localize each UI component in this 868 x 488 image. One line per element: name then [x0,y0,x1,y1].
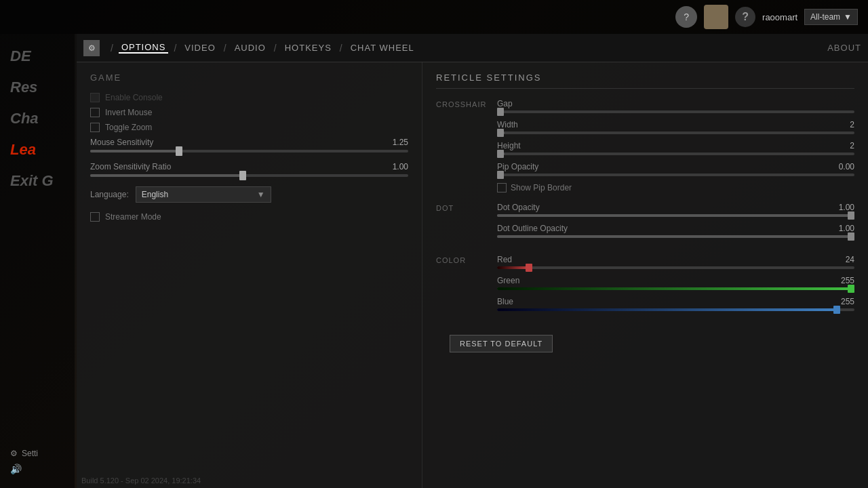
width-thumb[interactable] [497,129,504,137]
dot-opacity-thumb[interactable] [848,211,854,220]
height-thumb[interactable] [497,150,504,158]
red-track[interactable] [497,266,854,269]
mouse-sensitivity-row: Mouse Sensitivity 1.25 [90,138,408,152]
streamer-mode-checkbox[interactable] [90,212,100,222]
left-menu-item-res[interactable]: Res [0,72,75,103]
show-pip-border-checkbox[interactable] [497,183,507,192]
gap-track[interactable] [497,110,854,113]
invert-mouse-row: Invert Mouse [90,108,408,117]
team-label: All-team [810,12,840,22]
volume-item[interactable]: 🔊 [10,464,64,474]
zoom-sensitivity-fill [90,174,243,177]
invert-mouse-label: Invert Mouse [105,108,152,117]
mouse-sensitivity-track[interactable] [90,150,408,152]
enable-console-label: Enable Console [105,93,163,102]
height-value: 2 [850,141,854,150]
nav-sep-0: / [111,43,113,54]
invert-mouse-checkbox[interactable] [90,108,100,117]
about-label[interactable]: ABOUT [827,43,861,53]
pip-opacity-track[interactable] [497,174,854,176]
right-settings-panel: RETICLE SETTINGS CROSSHAIR Gap [422,62,868,488]
pip-opacity-value: 0.00 [839,162,854,171]
reset-btn-container: RESET TO DEFAULT [436,328,854,359]
tab-video[interactable]: VIDEO [182,43,218,53]
blue-thumb[interactable] [833,306,840,314]
blue-row: Blue 255 [497,297,854,311]
zoom-sensitivity-thumb[interactable] [239,171,246,180]
build-info: Build 5.120 - Sep 02 2024, 19:21:34 [81,476,201,485]
nav-sep-1: / [174,43,176,54]
info-icon[interactable]: ? [675,6,697,28]
avatar[interactable] [704,5,728,29]
nav-sep-4: / [340,43,342,54]
left-settings-panel: GAME Enable Console Invert Mouse Toggle … [77,62,422,488]
left-menu-item-exit[interactable]: Exit G [0,165,75,197]
game-section-title: GAME [90,73,408,83]
streamer-mode-label: Streamer Mode [105,212,161,222]
red-row: Red 24 [497,255,854,269]
width-track[interactable] [497,131,854,134]
settings-nav-item[interactable]: ⚙ Setti [10,449,64,458]
nav-tabs: ⚙ / OPTIONS / VIDEO / AUDIO / HOTKEYS / … [77,34,868,62]
dot-outline-opacity-row: Dot Outline Opacity 1.00 [497,224,854,238]
color-controls: Red 24 Green 255 [497,255,854,318]
tab-options[interactable]: OPTIONS [119,42,169,54]
dot-outline-opacity-thumb[interactable] [848,232,854,241]
width-label: Width [497,120,518,129]
volume-icon: 🔊 [10,464,22,474]
content-area: GAME Enable Console Invert Mouse Toggle … [77,62,868,488]
toggle-zoom-row: Toggle Zoom [90,123,408,132]
left-menu-item-cha[interactable]: Cha [0,103,75,134]
nav-sep-2: / [224,43,226,54]
gear-icon: ⚙ [10,449,18,458]
tab-hotkeys[interactable]: HOTKEYS [282,43,334,53]
gap-thumb[interactable] [497,108,504,116]
language-value: English [142,190,168,199]
gap-row: Gap [497,99,854,113]
width-value: 2 [850,120,854,129]
tab-chatwheel[interactable]: CHAT WHEEL [348,43,417,53]
language-dropdown[interactable]: English ▼ [136,186,271,203]
toggle-zoom-label: Toggle Zoom [105,123,152,132]
tab-audio[interactable]: AUDIO [232,43,269,53]
crosshair-group: CROSSHAIR Gap [436,99,854,192]
show-pip-border-row: Show Pip Border [497,183,854,192]
dot-outline-opacity-fill [497,235,854,238]
green-thumb[interactable] [848,285,854,293]
dot-opacity-track[interactable] [497,214,854,217]
toggle-zoom-checkbox[interactable] [90,123,100,132]
dot-group: DOT Dot Opacity 1.00 [436,203,854,245]
green-track[interactable] [497,287,854,290]
green-label: Green [497,276,519,285]
reticle-section-title: RETICLE SETTINGS [436,73,854,89]
top-bar: ? ? raoomart All-team ▼ [0,0,868,34]
team-dropdown[interactable]: All-team ▼ [804,9,858,25]
username-label: raoomart [762,12,797,22]
height-track[interactable] [497,152,854,155]
left-menu-item-de[interactable]: DE [0,41,75,72]
height-label: Height [497,141,521,150]
zoom-sensitivity-track[interactable] [90,174,408,177]
mouse-sensitivity-label: Mouse Sensitivity [90,138,153,147]
mouse-sensitivity-thumb[interactable] [176,146,182,156]
red-thumb[interactable] [526,264,532,272]
dot-opacity-row: Dot Opacity 1.00 [497,203,854,217]
dot-outline-opacity-track[interactable] [497,235,854,238]
blue-fill [497,308,837,311]
mouse-sensitivity-value: 1.25 [393,138,408,147]
help-icon[interactable]: ? [735,7,755,27]
language-label: Language: [90,190,129,199]
green-value: 255 [841,276,854,285]
reset-to-default-button[interactable]: RESET TO DEFAULT [450,335,553,352]
left-menu: DE Res Cha Lea Exit G ⚙ Setti 🔊 [0,34,75,488]
settings-icon-nav[interactable]: ⚙ [83,40,100,56]
team-dropdown-arrow: ▼ [844,12,852,22]
left-menu-item-lea[interactable]: Lea [0,134,75,165]
width-row: Width 2 [497,120,854,134]
color-group: COLOR Red 24 [436,255,854,318]
blue-label: Blue [497,297,513,306]
enable-console-checkbox[interactable] [90,93,100,102]
pip-opacity-thumb[interactable] [497,171,504,179]
blue-track[interactable] [497,308,854,311]
dot-opacity-label: Dot Opacity [497,203,540,212]
